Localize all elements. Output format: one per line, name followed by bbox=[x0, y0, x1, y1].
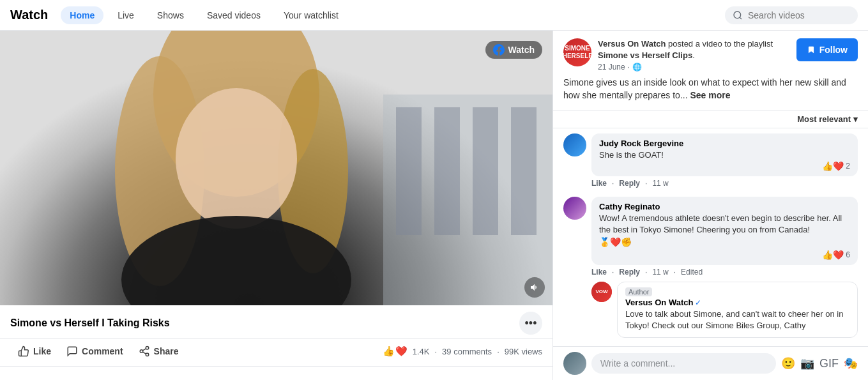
current-user-avatar bbox=[563, 352, 586, 375]
share-icon bbox=[139, 346, 150, 357]
video-thumbnail bbox=[0, 31, 552, 305]
svg-point-13 bbox=[146, 353, 149, 356]
channel-playlist[interactable]: Simone vs Herself Clips bbox=[598, 50, 692, 60]
separator: · bbox=[628, 63, 630, 72]
cathy-like-btn[interactable]: Like bbox=[591, 268, 607, 277]
comment-text-cathy: Wow! A tremendous athlete doesn't even b… bbox=[599, 213, 850, 236]
cathy-reaction-count: 6 bbox=[846, 250, 850, 259]
judy-like-btn[interactable]: Like bbox=[591, 179, 607, 188]
comment-avatar-cathy bbox=[563, 197, 586, 220]
sticker-icon[interactable]: 🎭 bbox=[844, 356, 858, 370]
volume-icon bbox=[529, 282, 540, 293]
search-input[interactable] bbox=[748, 10, 850, 20]
comment-bubble-cathy: Cathy Reginato Wow! A tremendous athlete… bbox=[591, 197, 858, 265]
cathy-reply-btn[interactable]: Reply bbox=[619, 268, 640, 277]
versus-author-name: Versus On Watch bbox=[625, 298, 693, 307]
comments-list: Judy Rock Bergevine She is the GOAT! 👍❤️… bbox=[553, 128, 868, 346]
share-label: Share bbox=[154, 346, 179, 356]
video-section: Watch Simone vs Herself I Taking Risks •… bbox=[0, 31, 552, 380]
svg-point-4 bbox=[176, 88, 297, 229]
sort-label: Most relevant bbox=[797, 114, 851, 124]
svg-rect-9 bbox=[473, 107, 498, 235]
chevron-down-icon: ▾ bbox=[853, 114, 858, 124]
comments-section: SIMONEHERSELF Versus On Watch posted a v… bbox=[552, 31, 868, 380]
nav-tab-saved[interactable]: Saved videos bbox=[198, 6, 270, 24]
video-container[interactable]: Watch bbox=[0, 31, 552, 305]
comment-input[interactable] bbox=[591, 353, 776, 374]
channel-header: SIMONEHERSELF Versus On Watch posted a v… bbox=[553, 31, 868, 110]
cathy-comment-time: 11 w bbox=[652, 268, 668, 277]
person-silhouette bbox=[0, 31, 552, 305]
svg-line-15 bbox=[142, 349, 146, 351]
separator-dot: · bbox=[434, 347, 437, 356]
comment-author-cathy: Cathy Reginato bbox=[599, 202, 850, 211]
nav-tab-shows[interactable]: Shows bbox=[148, 6, 193, 24]
comment-actions-cathy: Like · Reply · 11 w · Edited bbox=[591, 268, 858, 277]
nav-tab-watchlist[interactable]: Your watchlist bbox=[275, 6, 347, 24]
posted-text: posted a video to the playlist bbox=[668, 39, 773, 49]
channel-avatar: SIMONEHERSELF bbox=[563, 38, 591, 66]
main-layout: Watch Simone vs Herself I Taking Risks •… bbox=[0, 31, 868, 380]
comment-label: Comment bbox=[82, 346, 123, 356]
views-count: 99K views bbox=[505, 347, 542, 356]
comment-item-cathy: Cathy Reginato Wow! A tremendous athlete… bbox=[563, 197, 858, 346]
cathy-edited: Edited bbox=[681, 268, 703, 277]
gif-icon[interactable]: GIF bbox=[819, 357, 839, 370]
emoji-icon[interactable]: 🙂 bbox=[781, 356, 795, 370]
video-title: Simone vs Herself I Taking Risks bbox=[10, 317, 514, 329]
bookmark-icon bbox=[807, 45, 816, 54]
follow-button[interactable]: Follow bbox=[796, 38, 858, 61]
video-description: Simone gives us an inside look on what t… bbox=[563, 77, 858, 102]
more-dots-icon: ••• bbox=[525, 317, 537, 330]
fb-watch-badge: Watch bbox=[485, 41, 542, 59]
svg-line-14 bbox=[142, 352, 146, 354]
comment-author-judy: Judy Rock Bergevine bbox=[599, 139, 850, 148]
fb-watch-label: Watch bbox=[508, 45, 535, 55]
stats-area: 👍❤️ 1.4K · 39 comments · 99K views bbox=[383, 346, 542, 357]
thumbs-up-icon bbox=[18, 346, 29, 357]
search-icon bbox=[733, 10, 743, 20]
search-box bbox=[725, 6, 858, 24]
comment-button[interactable]: Comment bbox=[59, 342, 131, 361]
channel-date: 21 June bbox=[598, 63, 625, 72]
comment-avatar-versus: VOW bbox=[591, 282, 612, 302]
separator-dot2: · bbox=[497, 347, 499, 356]
nav-tab-live[interactable]: Live bbox=[109, 6, 143, 24]
channel-name[interactable]: Versus On Watch bbox=[598, 39, 666, 49]
svg-point-12 bbox=[140, 350, 143, 353]
comment-text-judy: She is the GOAT! bbox=[599, 149, 850, 161]
input-icons: 🙂 📷 GIF 🎭 bbox=[781, 356, 858, 370]
verified-checkmark-icon: ✓ bbox=[695, 298, 701, 307]
globe-icon: 🌐 bbox=[632, 63, 642, 72]
svg-rect-7 bbox=[396, 107, 422, 235]
reaction-emoji-icons: 👍❤️ bbox=[383, 346, 407, 357]
channel-posted-text: Versus On Watch posted a video to the pl… bbox=[598, 38, 790, 61]
nav-tab-home[interactable]: Home bbox=[61, 6, 103, 24]
share-button[interactable]: Share bbox=[131, 342, 187, 361]
channel-meta: 21 June · 🌐 bbox=[598, 63, 790, 72]
comment-bubble-versus: Author Versus On Watch ✓ Love to talk ab… bbox=[617, 282, 858, 337]
comment-input-area: 🙂 📷 GIF 🎭 bbox=[553, 346, 868, 380]
volume-button[interactable] bbox=[524, 277, 545, 298]
top-navigation: Watch Home Live Shows Saved videos Your … bbox=[0, 0, 868, 31]
more-options-button[interactable]: ••• bbox=[519, 312, 542, 335]
like-button[interactable]: Like bbox=[10, 342, 59, 361]
like-label: Like bbox=[33, 346, 51, 356]
nested-comment-versus: VOW Author Versus On Watch ✓ bbox=[591, 282, 858, 337]
sort-button[interactable]: Most relevant ▾ bbox=[797, 114, 858, 124]
photo-icon[interactable]: 📷 bbox=[800, 356, 814, 370]
channel-top-row: SIMONEHERSELF Versus On Watch posted a v… bbox=[563, 38, 858, 72]
comment-bubble-judy: Judy Rock Bergevine She is the GOAT! 👍❤️… bbox=[591, 133, 858, 176]
comments-count: 39 comments bbox=[442, 347, 492, 356]
judy-reply-btn[interactable]: Reply bbox=[619, 179, 640, 188]
judy-comment-time: 11 w bbox=[652, 179, 668, 188]
author-tag: Author bbox=[625, 287, 652, 296]
svg-rect-8 bbox=[434, 107, 460, 235]
video-info-bar: Simone vs Herself I Taking Risks ••• bbox=[0, 305, 552, 338]
comment-actions-judy: Like · Reply · 11 w bbox=[591, 179, 858, 188]
reaction-count: 1.4K bbox=[413, 347, 430, 356]
see-more-button[interactable]: See more bbox=[690, 90, 730, 100]
svg-point-0 bbox=[734, 11, 741, 19]
svg-rect-10 bbox=[511, 107, 537, 235]
sort-bar: Most relevant ▾ bbox=[553, 110, 868, 128]
